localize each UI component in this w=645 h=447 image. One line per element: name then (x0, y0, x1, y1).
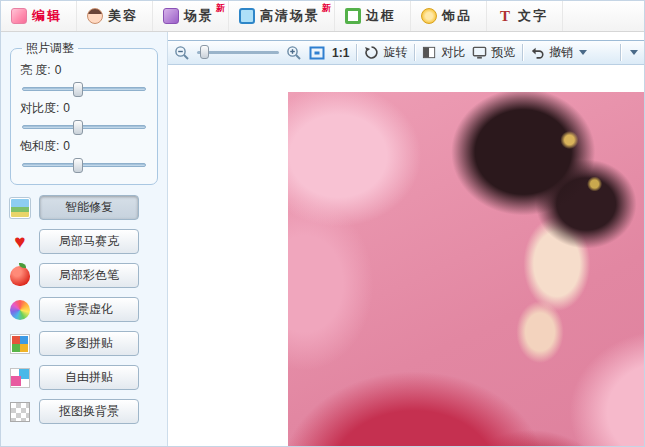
zoom-in-button[interactable] (286, 45, 302, 61)
tool-row: 局部彩色笔 (10, 263, 158, 288)
contrast-slider[interactable] (22, 125, 146, 129)
tool-row: 自由拼贴 (10, 365, 158, 390)
tool-row: 智能修复 (10, 195, 158, 220)
cutout-background-icon (10, 402, 30, 422)
zoom-out-button[interactable] (174, 45, 190, 61)
zoom-out-icon (174, 45, 190, 61)
toolbar-overflow-button[interactable] (628, 50, 638, 55)
compare-button[interactable]: 对比 (422, 44, 465, 61)
beauty-face-icon (87, 8, 103, 24)
tool-row: 局部马赛克 (10, 229, 158, 254)
zoom-in-icon (286, 45, 302, 61)
contrast-value: 0 (63, 101, 70, 115)
cutout-background-button[interactable]: 抠图换背景 (39, 399, 139, 424)
photo-adjust-panel: 照片调整 亮 度:0 对比度:0 饱和度:0 (10, 40, 158, 185)
contrast-slider-thumb[interactable] (73, 120, 83, 135)
zoom-slider[interactable] (197, 51, 279, 54)
contrast-slider-row: 对比度:0 (20, 100, 148, 129)
smart-fix-button[interactable]: 智能修复 (39, 195, 139, 220)
contrast-label: 对比度: (20, 101, 59, 115)
brightness-label: 亮 度: (20, 63, 51, 77)
brightness-slider[interactable] (22, 87, 146, 91)
tab-beauty[interactable]: 美容 (77, 1, 153, 31)
free-collage-button[interactable]: 自由拼贴 (39, 365, 139, 390)
preview-button[interactable]: 预览 (472, 44, 515, 61)
tab-label: 高清场景 (260, 7, 320, 25)
overflow-caret-icon (630, 50, 638, 55)
tab-label: 编辑 (32, 7, 62, 25)
tab-label: 边框 (366, 7, 396, 25)
preview-label: 预览 (491, 44, 515, 61)
toolbar-separator (414, 44, 415, 61)
saturation-slider-row: 饱和度:0 (20, 138, 148, 167)
rotate-icon (364, 45, 379, 60)
saturation-value: 0 (63, 139, 70, 153)
tab-label: 饰品 (442, 7, 472, 25)
workspace: 1:1 旋转 对比 预览 (168, 32, 644, 446)
undo-dropdown-caret-icon[interactable] (579, 50, 587, 55)
fit-screen-icon (309, 45, 325, 61)
tool-row: 多图拼贴 (10, 331, 158, 356)
edit-photo-icon (11, 8, 27, 24)
actual-size-button[interactable]: 1:1 (332, 46, 349, 60)
mosaic-heart-icon (10, 232, 30, 252)
decoration-icon (421, 8, 437, 24)
compare-label: 对比 (441, 44, 465, 61)
tab-frame[interactable]: 边框 (335, 1, 411, 31)
compare-icon (422, 45, 437, 60)
toolbar-separator (356, 44, 357, 61)
tab-decoration[interactable]: 饰品 (411, 1, 487, 31)
brightness-slider-row: 亮 度:0 (20, 62, 148, 91)
scene-icon (163, 8, 179, 24)
tab-label: 场景 (184, 7, 214, 25)
canvas-image (288, 92, 644, 446)
undo-button[interactable]: 撤销 (530, 44, 587, 61)
multi-collage-icon (10, 334, 30, 354)
preview-icon (472, 45, 487, 60)
free-collage-icon (10, 368, 30, 388)
partial-color-pen-button[interactable]: 局部彩色笔 (39, 263, 139, 288)
zoom-ratio-label: 1:1 (332, 46, 349, 60)
toolbar-separator (522, 44, 523, 61)
tab-label: 文字 (518, 7, 548, 25)
adjust-panel-title: 照片调整 (22, 40, 78, 57)
undo-label: 撤销 (549, 44, 573, 61)
text-tool-icon (497, 8, 513, 24)
frame-icon (345, 8, 361, 24)
saturation-slider[interactable] (22, 163, 146, 167)
hd-scene-icon (239, 8, 255, 24)
left-sidebar: 照片调整 亮 度:0 对比度:0 饱和度:0 智能修复 (1, 32, 168, 446)
tab-label: 美容 (108, 7, 138, 25)
rotate-label: 旋转 (383, 44, 407, 61)
background-blur-icon (10, 300, 30, 320)
canvas-toolbar: 1:1 旋转 对比 预览 (168, 40, 644, 65)
tool-row: 背景虚化 (10, 297, 158, 322)
rotate-button[interactable]: 旋转 (364, 44, 407, 61)
partial-mosaic-button[interactable]: 局部马赛克 (39, 229, 139, 254)
tab-text[interactable]: 文字 (487, 1, 563, 31)
brightness-slider-thumb[interactable] (73, 82, 83, 97)
saturation-label: 饱和度: (20, 139, 59, 153)
color-pen-icon (10, 266, 30, 286)
top-tab-bar: 编辑 美容 场景 新 高清场景 新 边框 饰品 (1, 1, 644, 32)
photo-editor-window: 编辑 美容 场景 新 高清场景 新 边框 饰品 (0, 0, 645, 447)
fit-screen-button[interactable] (309, 45, 325, 61)
undo-icon (530, 45, 545, 60)
tool-list: 智能修复 局部马赛克 局部彩色笔 背景虚化 多图拼贴 (10, 195, 158, 424)
tab-scene[interactable]: 场景 新 (153, 1, 229, 31)
smart-fix-icon (10, 198, 30, 218)
brightness-value: 0 (55, 63, 62, 77)
zoom-slider-thumb[interactable] (200, 45, 209, 59)
tab-hd-scene[interactable]: 高清场景 新 (229, 1, 335, 31)
toolbar-separator (620, 44, 621, 61)
new-badge: 新 (216, 2, 225, 15)
tool-row: 抠图换背景 (10, 399, 158, 424)
canvas-area[interactable] (168, 65, 644, 446)
saturation-slider-thumb[interactable] (73, 158, 83, 173)
new-badge: 新 (322, 2, 331, 15)
tab-edit[interactable]: 编辑 (1, 1, 77, 31)
background-blur-button[interactable]: 背景虚化 (39, 297, 139, 322)
multi-collage-button[interactable]: 多图拼贴 (39, 331, 139, 356)
